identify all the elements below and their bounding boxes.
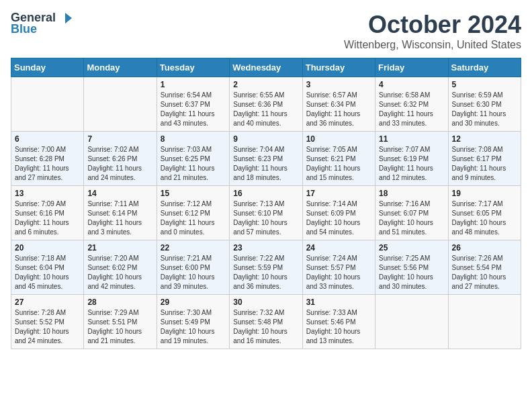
cell-info: Sunrise: 7:03 AM Sunset: 6:25 PM Dayligh…	[161, 145, 226, 183]
calendar-cell: 30Sunrise: 7:32 AM Sunset: 5:48 PM Dayli…	[230, 295, 302, 349]
calendar-cell: 11Sunrise: 7:07 AM Sunset: 6:19 PM Dayli…	[375, 132, 448, 186]
calendar-cell: 29Sunrise: 7:30 AM Sunset: 5:49 PM Dayli…	[157, 295, 229, 349]
day-number: 20	[15, 243, 80, 253]
calendar-table: SundayMondayTuesdayWednesdayThursdayFrid…	[11, 58, 521, 349]
day-number: 14	[87, 189, 152, 198]
cell-info: Sunrise: 7:24 AM Sunset: 5:57 PM Dayligh…	[306, 254, 371, 291]
day-number: 18	[379, 189, 444, 198]
header-day-saturday: Saturday	[448, 58, 521, 77]
logo-blue: Blue	[11, 22, 37, 36]
title-area: October 2024 Wittenberg, Wisconsin, Unit…	[344, 11, 521, 51]
calendar-cell: 19Sunrise: 7:17 AM Sunset: 6:05 PM Dayli…	[448, 186, 521, 240]
day-number: 23	[233, 243, 298, 253]
calendar-cell: 26Sunrise: 7:26 AM Sunset: 5:54 PM Dayli…	[448, 240, 521, 295]
cell-info: Sunrise: 7:28 AM Sunset: 5:52 PM Dayligh…	[15, 308, 80, 346]
calendar-cell: 21Sunrise: 7:20 AM Sunset: 6:02 PM Dayli…	[84, 240, 157, 295]
cell-info: Sunrise: 7:18 AM Sunset: 6:04 PM Dayligh…	[15, 254, 80, 291]
cell-info: Sunrise: 7:30 AM Sunset: 5:49 PM Dayligh…	[161, 308, 226, 346]
day-number: 13	[15, 189, 80, 198]
cell-info: Sunrise: 7:07 AM Sunset: 6:19 PM Dayligh…	[379, 145, 444, 183]
calendar-cell: 18Sunrise: 7:16 AM Sunset: 6:07 PM Dayli…	[375, 186, 448, 240]
day-number: 5	[452, 80, 517, 89]
cell-info: Sunrise: 7:00 AM Sunset: 6:28 PM Dayligh…	[15, 145, 80, 183]
calendar-cell: 12Sunrise: 7:08 AM Sunset: 6:17 PM Dayli…	[448, 132, 521, 186]
header-day-tuesday: Tuesday	[157, 58, 229, 77]
calendar-cell: 7Sunrise: 7:02 AM Sunset: 6:26 PM Daylig…	[84, 132, 157, 186]
day-number: 12	[452, 134, 517, 144]
cell-info: Sunrise: 6:59 AM Sunset: 6:30 PM Dayligh…	[452, 91, 517, 128]
day-number: 25	[379, 243, 444, 253]
cell-info: Sunrise: 6:54 AM Sunset: 6:37 PM Dayligh…	[161, 91, 226, 128]
calendar-cell: 20Sunrise: 7:18 AM Sunset: 6:04 PM Dayli…	[11, 240, 84, 295]
day-number: 1	[161, 80, 226, 89]
day-number: 11	[379, 134, 444, 144]
cell-info: Sunrise: 7:05 AM Sunset: 6:21 PM Dayligh…	[306, 145, 371, 183]
calendar-cell: 16Sunrise: 7:13 AM Sunset: 6:10 PM Dayli…	[230, 186, 302, 240]
calendar-cell: 22Sunrise: 7:21 AM Sunset: 6:00 PM Dayli…	[157, 240, 229, 295]
day-number: 21	[87, 243, 152, 253]
day-number: 29	[161, 298, 226, 307]
cell-info: Sunrise: 7:25 AM Sunset: 5:56 PM Dayligh…	[379, 254, 444, 291]
day-number: 6	[15, 134, 80, 144]
calendar-cell: 8Sunrise: 7:03 AM Sunset: 6:25 PM Daylig…	[157, 132, 229, 186]
location: Wittenberg, Wisconsin, United States	[344, 39, 521, 51]
week-row-5: 27Sunrise: 7:28 AM Sunset: 5:52 PM Dayli…	[11, 295, 521, 349]
day-number: 4	[379, 80, 444, 89]
calendar-cell: 15Sunrise: 7:12 AM Sunset: 6:12 PM Dayli…	[157, 186, 229, 240]
cell-info: Sunrise: 7:13 AM Sunset: 6:10 PM Dayligh…	[233, 199, 298, 237]
calendar-cell: 2Sunrise: 6:55 AM Sunset: 6:36 PM Daylig…	[230, 77, 302, 132]
day-number: 3	[306, 80, 371, 89]
cell-info: Sunrise: 7:14 AM Sunset: 6:09 PM Dayligh…	[306, 199, 371, 237]
calendar-cell: 24Sunrise: 7:24 AM Sunset: 5:57 PM Dayli…	[302, 240, 375, 295]
calendar-body: 1Sunrise: 6:54 AM Sunset: 6:37 PM Daylig…	[11, 77, 521, 349]
calendar-cell: 13Sunrise: 7:09 AM Sunset: 6:16 PM Dayli…	[11, 186, 84, 240]
calendar-cell: 28Sunrise: 7:29 AM Sunset: 5:51 PM Dayli…	[84, 295, 157, 349]
calendar-cell	[375, 295, 448, 349]
cell-info: Sunrise: 7:04 AM Sunset: 6:23 PM Dayligh…	[233, 145, 298, 183]
calendar-cell: 3Sunrise: 6:57 AM Sunset: 6:34 PM Daylig…	[302, 77, 375, 132]
header-day-thursday: Thursday	[302, 58, 375, 77]
header-row: SundayMondayTuesdayWednesdayThursdayFrid…	[11, 58, 521, 77]
calendar-cell: 6Sunrise: 7:00 AM Sunset: 6:28 PM Daylig…	[11, 132, 84, 186]
day-number: 28	[87, 298, 152, 307]
svg-marker-0	[65, 13, 72, 24]
calendar-cell: 25Sunrise: 7:25 AM Sunset: 5:56 PM Dayli…	[375, 240, 448, 295]
calendar-header: SundayMondayTuesdayWednesdayThursdayFrid…	[11, 58, 521, 77]
cell-info: Sunrise: 7:11 AM Sunset: 6:14 PM Dayligh…	[87, 199, 152, 237]
logo-flag-icon	[58, 12, 73, 24]
cell-info: Sunrise: 7:33 AM Sunset: 5:46 PM Dayligh…	[306, 308, 371, 346]
header-day-monday: Monday	[84, 58, 157, 77]
calendar-cell	[84, 77, 157, 132]
week-row-2: 6Sunrise: 7:00 AM Sunset: 6:28 PM Daylig…	[11, 132, 521, 186]
cell-info: Sunrise: 7:26 AM Sunset: 5:54 PM Dayligh…	[452, 254, 517, 291]
calendar-cell: 5Sunrise: 6:59 AM Sunset: 6:30 PM Daylig…	[448, 77, 521, 132]
cell-info: Sunrise: 6:57 AM Sunset: 6:34 PM Dayligh…	[306, 91, 371, 128]
cell-info: Sunrise: 6:55 AM Sunset: 6:36 PM Dayligh…	[233, 91, 298, 128]
day-number: 10	[306, 134, 371, 144]
day-number: 31	[306, 298, 371, 307]
calendar-cell: 10Sunrise: 7:05 AM Sunset: 6:21 PM Dayli…	[302, 132, 375, 186]
cell-info: Sunrise: 7:32 AM Sunset: 5:48 PM Dayligh…	[233, 308, 298, 346]
week-row-1: 1Sunrise: 6:54 AM Sunset: 6:37 PM Daylig…	[11, 77, 521, 132]
cell-info: Sunrise: 7:21 AM Sunset: 6:00 PM Dayligh…	[161, 254, 226, 291]
logo: General Blue	[11, 11, 73, 36]
day-number: 9	[233, 134, 298, 144]
cell-info: Sunrise: 6:58 AM Sunset: 6:32 PM Dayligh…	[379, 91, 444, 128]
calendar-cell: 27Sunrise: 7:28 AM Sunset: 5:52 PM Dayli…	[11, 295, 84, 349]
calendar-cell: 14Sunrise: 7:11 AM Sunset: 6:14 PM Dayli…	[84, 186, 157, 240]
calendar-cell: 31Sunrise: 7:33 AM Sunset: 5:46 PM Dayli…	[302, 295, 375, 349]
cell-info: Sunrise: 7:16 AM Sunset: 6:07 PM Dayligh…	[379, 199, 444, 237]
calendar-cell: 4Sunrise: 6:58 AM Sunset: 6:32 PM Daylig…	[375, 77, 448, 132]
header-day-wednesday: Wednesday	[230, 58, 302, 77]
cell-info: Sunrise: 7:09 AM Sunset: 6:16 PM Dayligh…	[15, 199, 80, 237]
day-number: 19	[452, 189, 517, 198]
week-row-4: 20Sunrise: 7:18 AM Sunset: 6:04 PM Dayli…	[11, 240, 521, 295]
calendar-cell: 1Sunrise: 6:54 AM Sunset: 6:37 PM Daylig…	[157, 77, 229, 132]
calendar-cell: 23Sunrise: 7:22 AM Sunset: 5:59 PM Dayli…	[230, 240, 302, 295]
day-number: 8	[161, 134, 226, 144]
day-number: 7	[87, 134, 152, 144]
week-row-3: 13Sunrise: 7:09 AM Sunset: 6:16 PM Dayli…	[11, 186, 521, 240]
header-day-sunday: Sunday	[11, 58, 84, 77]
day-number: 27	[15, 298, 80, 307]
month-title: October 2024	[344, 11, 521, 39]
